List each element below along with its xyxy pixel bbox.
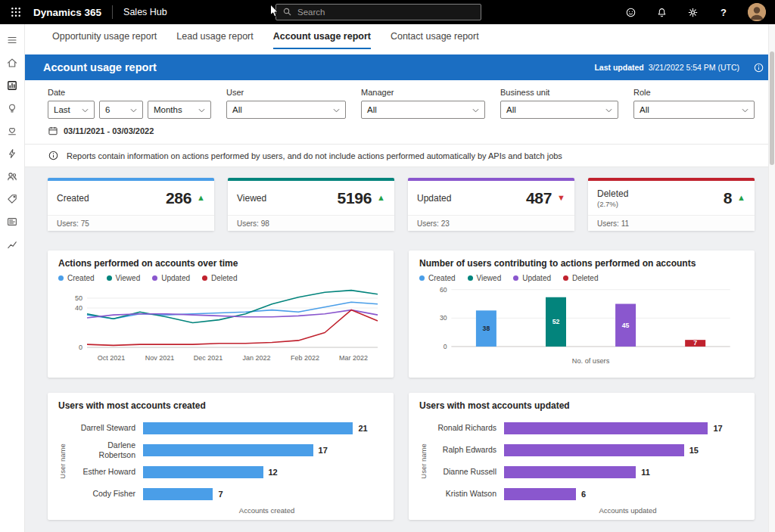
vertical-scrollbar[interactable] [768, 24, 775, 532]
legend-item[interactable]: Updated [513, 274, 551, 282]
chart-title: Actions performed on accounts over time [58, 258, 383, 269]
chevron-down-icon [605, 105, 612, 114]
search-box[interactable] [275, 4, 481, 20]
search-input[interactable] [297, 8, 475, 17]
line-chart-card: Actions performed on accounts over time … [48, 250, 394, 378]
y-axis-title: User name [57, 417, 67, 505]
bar[interactable] [504, 444, 684, 456]
series-line-updated[interactable] [87, 310, 378, 318]
legend-item[interactable]: Viewed [468, 274, 502, 282]
legend-label: Deleted [572, 274, 598, 282]
date-mode-select[interactable]: Last [48, 101, 95, 119]
business-unit-select[interactable]: All [500, 101, 618, 119]
bar-value-label: 7 [218, 490, 223, 499]
legend-item[interactable]: Deleted [202, 274, 237, 282]
kpi-users: Users: 75 [48, 215, 214, 231]
analytics-icon[interactable] [0, 233, 25, 256]
info-icon[interactable] [753, 62, 764, 73]
bar-row: Darlene Robertson17 [70, 439, 383, 461]
legend-item[interactable]: Created [58, 274, 95, 282]
report-canvas: Created 286 ▲ Users: 75 Viewed 51 [25, 167, 775, 532]
filter-user-label: User [226, 88, 346, 97]
kpi-value: 487 [526, 189, 552, 207]
feedback-icon[interactable] [624, 5, 637, 19]
home-icon[interactable] [0, 51, 25, 74]
chevron-down-icon [333, 105, 340, 114]
filter-business-unit-label: Business unit [500, 88, 618, 97]
account-avatar[interactable] [748, 3, 766, 21]
area-title[interactable]: Sales Hub [123, 7, 167, 17]
filter-manager: Manager All [361, 88, 485, 119]
legend-item[interactable]: Updated [152, 274, 190, 282]
legend-item[interactable]: Created [419, 274, 456, 282]
hbar-rows: Ronald Richards17Ralph Edwards15Dianne R… [431, 417, 744, 505]
x-axis-title: Accounts created [151, 506, 383, 515]
bar-category-label: Ronald Richards [431, 423, 504, 432]
settings-icon[interactable] [686, 5, 699, 19]
legend-item[interactable]: Viewed [107, 274, 141, 282]
info-icon [48, 150, 59, 161]
legend-dot [152, 275, 157, 281]
bar-value-label: 21 [358, 424, 367, 433]
bar[interactable] [504, 422, 708, 434]
bar[interactable] [143, 444, 313, 456]
app-launcher-icon[interactable] [6, 7, 26, 17]
date-count-select[interactable]: 6 [99, 101, 143, 119]
topbar-divider [112, 5, 113, 19]
relationship-icon[interactable] [0, 120, 25, 142]
contacts-icon[interactable] [0, 165, 25, 188]
legend-label: Updated [522, 274, 551, 282]
tab-account-usage-report[interactable]: Account usage report [273, 24, 371, 49]
bar[interactable] [143, 422, 353, 434]
insights-icon[interactable] [0, 97, 25, 120]
kpi-label: Created [57, 193, 89, 204]
worklist-icon[interactable] [0, 210, 25, 233]
series-line-viewed[interactable] [87, 291, 378, 323]
filter-role: Role All [633, 88, 755, 119]
scrollbar-thumb[interactable] [770, 51, 774, 165]
tab-contact-usage-report[interactable]: Contact usage report [391, 24, 479, 49]
kpi-value: 5196 [338, 189, 372, 207]
filter-date-label: Date [48, 88, 211, 97]
filter-manager-label: Manager [361, 88, 485, 97]
user-select[interactable]: All [226, 101, 346, 119]
date-unit-select[interactable]: Months [148, 101, 211, 119]
x-tick-label: Nov 2021 [145, 354, 175, 362]
chevron-down-icon [472, 105, 479, 114]
bar-row: Darrell Steward21 [70, 417, 383, 439]
bar[interactable] [504, 488, 576, 500]
last-updated-value: 3/21/2022 5:54 PM (UTC) [649, 63, 739, 72]
bar-track: 7 [143, 488, 383, 500]
help-icon[interactable]: ? [717, 5, 730, 19]
legend-label: Viewed [116, 274, 141, 282]
role-select[interactable]: All [633, 101, 755, 119]
x-tick-label: Feb 2022 [291, 354, 319, 362]
bar[interactable] [143, 488, 213, 500]
hbar-rows: Darrell Steward21Darlene Robertson17Esth… [70, 417, 383, 505]
content-area: Opportunity usage report Lead usage repo… [25, 24, 775, 532]
tab-lead-usage-report[interactable]: Lead usage report [176, 24, 253, 49]
y-axis-title: User name [418, 417, 428, 505]
bar[interactable] [143, 466, 263, 478]
products-icon[interactable] [0, 188, 25, 210]
kpi-users: Users: 23 [408, 215, 574, 231]
x-axis-title: Accounts updated [512, 506, 744, 515]
kpi-users: Users: 98 [228, 215, 394, 231]
site-map-toggle-icon[interactable] [0, 29, 25, 51]
tab-opportunity-usage-report[interactable]: Opportunity usage report [52, 24, 157, 49]
legend-label: Viewed [477, 274, 502, 282]
legend-label: Created [67, 274, 95, 282]
sales-accelerator-icon[interactable] [0, 142, 25, 165]
manager-select[interactable]: All [361, 101, 485, 119]
bar-row: Ronald Richards17 [431, 417, 744, 439]
notifications-icon[interactable] [655, 5, 668, 19]
bar[interactable] [504, 466, 636, 478]
legend-item[interactable]: Deleted [563, 274, 598, 282]
app-title[interactable]: Dynamics 365 [33, 7, 101, 18]
bar-row: Cody Fisher7 [70, 483, 383, 505]
chart-title: Users with most accounts created [58, 400, 383, 411]
bar-category-label: Ralph Edwards [431, 445, 504, 454]
hbar-updated-card: Users with most accounts updated User na… [409, 393, 755, 520]
bar-row: Esther Howard12 [70, 461, 383, 483]
reports-icon[interactable] [0, 74, 25, 97]
